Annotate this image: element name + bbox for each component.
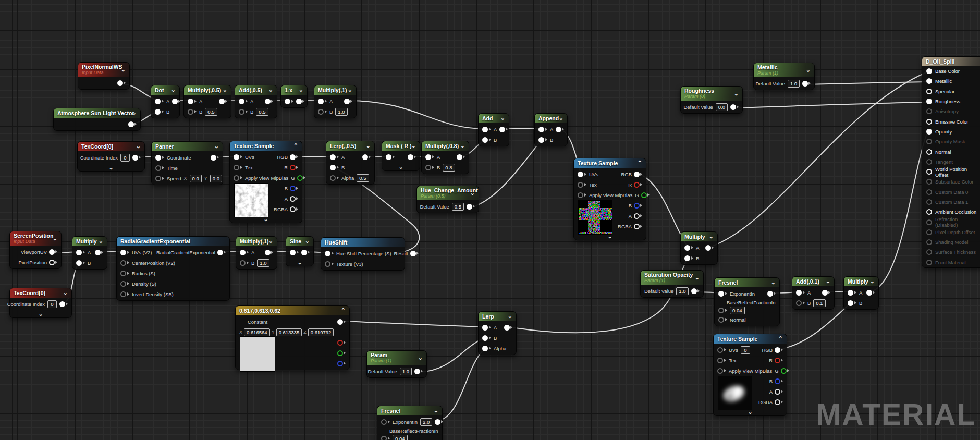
output-pin[interactable] <box>301 250 307 255</box>
node-lerp-bottom[interactable]: Lerp⌄ABAlpha <box>478 311 517 355</box>
input-pin[interactable] <box>926 219 932 225</box>
node-constant3-vector[interactable]: 0.617,0.613,0.62⌃ConstantX0.616564Y0.613… <box>235 305 350 370</box>
output-pin-rgba[interactable] <box>290 206 296 212</box>
output-pin-r[interactable] <box>634 182 640 188</box>
chevron-up-icon[interactable]: ⌃ <box>635 161 642 165</box>
node-sine[interactable]: Sine⌄⌄ <box>286 236 314 266</box>
output-pin[interactable] <box>219 99 225 104</box>
wire[interactable] <box>806 82 927 84</box>
input-pin[interactable] <box>120 250 126 255</box>
output-pin-b[interactable] <box>634 203 640 209</box>
output-pin-g[interactable] <box>781 368 787 374</box>
output-pin[interactable] <box>290 154 296 160</box>
output-pin[interactable] <box>822 290 828 296</box>
node-param[interactable]: ParamParam (1)⌄Default Value1.0 <box>366 350 427 378</box>
value-box[interactable]: 1.0 <box>676 287 688 295</box>
chevron-up-icon[interactable]: ⌃ <box>338 308 346 313</box>
node-fresnel-bottom[interactable]: Fresnel⌄ExponentIn2.0BaseReflectFraction… <box>377 406 443 440</box>
input-pin[interactable] <box>482 127 488 132</box>
output-pin[interactable] <box>802 81 808 87</box>
input-pin[interactable] <box>386 154 391 160</box>
input-pin[interactable] <box>120 281 126 287</box>
output-pin-g[interactable] <box>641 192 647 198</box>
node-append[interactable]: Append⌄AB <box>534 113 568 146</box>
output-pin-r[interactable] <box>337 340 343 346</box>
chevron-down-icon[interactable]: ⌄ <box>220 88 227 92</box>
node-panner[interactable]: Panner⌄CoordinateTimeSpeedX0.0Y0.0 <box>151 141 223 185</box>
input-pin[interactable] <box>848 290 853 296</box>
node-one-minus-x[interactable]: 1-x⌄ <box>280 85 308 108</box>
input-pin[interactable] <box>188 109 193 115</box>
output-pin[interactable] <box>172 99 178 104</box>
input-pin[interactable] <box>926 169 932 175</box>
input-pin[interactable] <box>155 155 161 161</box>
node-multiply-left[interactable]: Multiply⌄AB <box>72 236 107 270</box>
node-fresnel-right[interactable]: Fresnel⌄ExponentInBaseReflectFractionIn0… <box>714 277 780 326</box>
chevron-up-icon[interactable]: ⌃ <box>776 336 783 341</box>
node-dot[interactable]: Dot⌄AB <box>151 85 180 118</box>
input-pin[interactable] <box>848 300 853 306</box>
chevron-down-icon[interactable]: ⌄ <box>556 116 564 120</box>
input-pin[interactable] <box>482 137 488 143</box>
input-pin[interactable] <box>155 99 161 104</box>
input-pin[interactable] <box>926 129 932 135</box>
output-pin[interactable] <box>217 250 223 255</box>
value-box[interactable]: 0.5 <box>452 203 464 211</box>
node-add[interactable]: Add⌄AB <box>478 113 509 146</box>
output-pin[interactable] <box>117 80 123 86</box>
chevron-down-icon[interactable]: ⌄ <box>50 236 57 241</box>
output-pin-r[interactable] <box>775 358 780 363</box>
input-pin[interactable] <box>926 249 932 255</box>
node-texture-sample-3[interactable]: Texture Sample⌃UVs0RGBTexRApply View Mip… <box>713 334 787 416</box>
chevron-down-icon[interactable]: ⌄ <box>96 239 103 243</box>
value-box[interactable]: 0.5 <box>205 108 217 116</box>
node-multiply-right[interactable]: Multiply⌄AB <box>843 276 879 310</box>
chevron-down-icon[interactable]: ⌄ <box>706 234 714 239</box>
chevron-down-icon[interactable]: ⌄ <box>768 280 776 285</box>
output-pin-g[interactable] <box>297 175 303 181</box>
node-mask-r[interactable]: Mask ( R )⌄⌄ <box>382 141 420 171</box>
value-box[interactable]: 0.0 <box>716 103 728 111</box>
value-box[interactable]: 0.1 <box>813 299 825 307</box>
wire[interactable] <box>347 101 485 129</box>
output-pin-rgba[interactable] <box>634 224 640 229</box>
input-pin[interactable] <box>578 182 583 188</box>
chevron-down-icon[interactable]: ⌄ <box>363 143 371 148</box>
output-pin[interactable] <box>775 347 780 353</box>
output-pin[interactable] <box>265 99 271 104</box>
input-pin[interactable] <box>718 308 724 313</box>
wire[interactable] <box>469 140 542 207</box>
input-pin[interactable] <box>120 271 126 276</box>
input-pin[interactable] <box>285 99 290 104</box>
node-saturation-opacity[interactable]: Saturation OpacityParam (1)⌄Default Valu… <box>640 270 704 298</box>
value-box[interactable]: 1.0 <box>335 108 347 116</box>
node-material-output[interactable]: D_Oil_SpillBase ColorMetallicSpecularRou… <box>922 56 980 268</box>
chevron-down-icon[interactable]: ⌄ <box>458 143 465 148</box>
chevron-down-icon[interactable]: ⌄ <box>431 408 438 413</box>
output-pin[interactable] <box>504 325 510 331</box>
output-pin[interactable] <box>457 154 462 160</box>
output-pin[interactable] <box>344 99 350 104</box>
chevron-down-icon[interactable]: ⌄ <box>415 356 423 360</box>
input-pin[interactable] <box>926 68 932 74</box>
input-pin[interactable] <box>239 99 244 104</box>
output-pin[interactable] <box>49 249 55 255</box>
input-pin[interactable] <box>234 154 239 160</box>
input-pin[interactable] <box>234 165 239 170</box>
input-pin[interactable] <box>240 260 246 266</box>
input-pin[interactable] <box>240 250 246 255</box>
chevron-down-icon[interactable]: ⌄ <box>468 191 475 195</box>
input-pin[interactable] <box>926 189 932 195</box>
output-pin[interactable] <box>95 250 101 255</box>
chevron-down-icon[interactable]: ⌄ <box>60 290 68 295</box>
node-hue-change-amount[interactable]: Hue_Change_AmountParam (0.5)⌄Default Val… <box>416 186 479 213</box>
output-pin[interactable] <box>705 245 711 251</box>
output-pin[interactable] <box>59 301 65 307</box>
input-pin[interactable] <box>155 109 161 115</box>
input-pin[interactable] <box>926 179 932 185</box>
output-pin-r[interactable] <box>290 165 296 170</box>
value-box[interactable]: 0.616564 <box>244 328 270 336</box>
input-pin[interactable] <box>76 260 82 266</box>
output-pin-rgba[interactable] <box>775 399 780 405</box>
chevron-down-icon[interactable]: ⌄ <box>133 144 141 149</box>
